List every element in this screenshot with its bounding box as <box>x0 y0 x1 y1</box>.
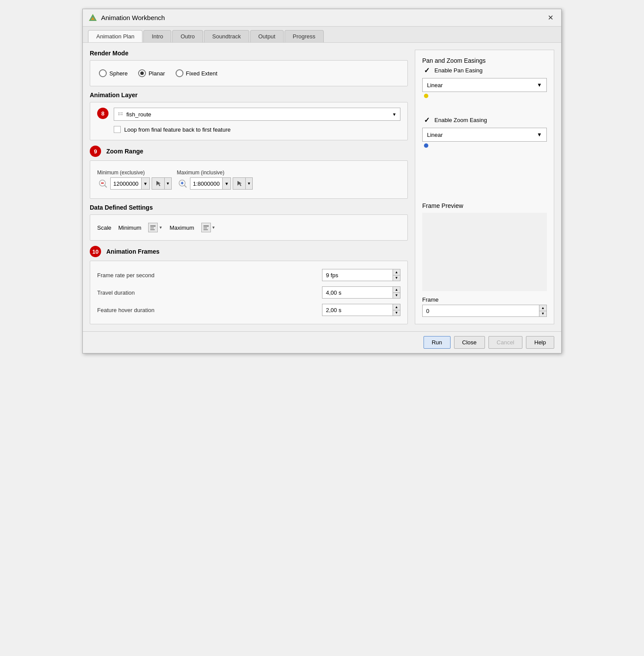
hover-row: Feature hover duration 2,00 s ▲ ▼ <box>97 301 400 319</box>
svg-line-12 <box>184 185 186 187</box>
loop-row: Loop from final feature back to first fe… <box>114 124 400 135</box>
pan-type-select[interactable]: Linear ▼ <box>422 78 547 92</box>
travel-row: Travel duration 4,00 s ▲ ▼ <box>97 284 400 301</box>
radio-sphere-circle <box>99 69 107 77</box>
hover-down[interactable]: ▼ <box>393 310 400 316</box>
svg-rect-16 <box>150 225 156 227</box>
zoom-min-controls: 12000000 ▼ ▼ <box>97 177 172 190</box>
frame-value: 0 <box>423 308 539 314</box>
scale-label: Scale <box>97 224 112 231</box>
pan-type-value: Linear <box>427 82 537 88</box>
tab-animation-plan[interactable]: Animation Plan <box>88 30 142 42</box>
zoom-out-icon <box>97 178 108 189</box>
zoom-in-icon <box>177 178 188 189</box>
frame-up[interactable]: ▲ <box>539 305 546 311</box>
radio-fixed-circle <box>176 69 183 77</box>
close-button-footer[interactable]: Close <box>454 336 485 349</box>
data-defined-row: Scale Minimum ▼ <box>97 220 400 235</box>
pan-zoom-title: Pan and Zoom Easings <box>422 57 547 64</box>
svg-marker-10 <box>156 181 161 186</box>
frame-rate-label: Frame rate per second <box>97 272 155 279</box>
minimum-data-btn[interactable]: ▼ <box>148 223 163 232</box>
animation-layer-section: Animation Layer 8 <box>90 92 408 140</box>
frame-down[interactable]: ▼ <box>539 311 546 317</box>
run-button[interactable]: Run <box>424 336 451 349</box>
hover-up[interactable]: ▲ <box>393 304 400 310</box>
zoom-max-tool-arrow[interactable]: ▼ <box>245 178 252 189</box>
radio-fixed-label: Fixed Extent <box>186 70 217 77</box>
frame-rate-row: Frame rate per second 9 fps ▲ ▼ <box>97 266 400 284</box>
zoom-range-box: Minimum (exclusive) <box>90 160 408 199</box>
zoom-checkmark[interactable]: ✓ <box>422 116 431 124</box>
zoom-max-dropdown[interactable]: ▼ <box>222 178 230 189</box>
zoom-min-dropdown[interactable]: ▼ <box>141 178 149 189</box>
travel-arrows: ▲ ▼ <box>393 287 400 298</box>
minimum-data-icon <box>148 223 158 232</box>
pan-type-arrow: ▼ <box>537 82 542 88</box>
data-defined-title: Data Defined Settings <box>90 204 408 211</box>
preview-spacer <box>422 153 547 197</box>
radio-group: Sphere Planar Fixed Extent <box>97 66 400 81</box>
frame-spinbox[interactable]: 0 ▲ ▼ <box>422 305 547 317</box>
main-window: Animation Workbench ✕ Animation Plan Int… <box>82 9 562 353</box>
zoom-range-section: 9 Zoom Range Minimum (exclusive) <box>90 146 408 199</box>
layer-icon <box>118 111 124 117</box>
frame-rate-arrows: ▲ ▼ <box>393 269 400 281</box>
right-panel: Pan and Zoom Easings ✓ Enable Pan Easing… <box>415 50 554 324</box>
layer-select[interactable]: fish_route ▼ <box>114 108 400 121</box>
svg-rect-20 <box>203 228 207 228</box>
pan-dot-indicator <box>424 94 428 98</box>
zoom-type-arrow: ▼ <box>537 132 542 138</box>
travel-label: Travel duration <box>97 289 135 296</box>
loop-checkbox[interactable] <box>114 126 121 133</box>
zoom-easing-row: ✓ Enable Zoom Easing <box>422 116 547 124</box>
cancel-button[interactable]: Cancel <box>488 336 522 349</box>
step-badge-9: 9 <box>90 146 101 157</box>
zoom-min-value: 12000000 <box>111 180 141 187</box>
zoom-type-select[interactable]: Linear ▼ <box>422 128 547 142</box>
tab-progress[interactable]: Progress <box>285 30 324 42</box>
zoom-min-spinbox[interactable]: 12000000 ▼ <box>110 177 150 190</box>
frame-rate-spinbox[interactable]: 9 fps ▲ ▼ <box>322 269 400 281</box>
layer-step-row: 8 fish_route <box>97 108 400 135</box>
maximum-data-btn[interactable]: ▼ <box>201 223 216 232</box>
zoom-max-tool-btn[interactable]: ▼ <box>233 177 253 190</box>
travel-down[interactable]: ▼ <box>393 293 400 299</box>
maximum-label: Maximum <box>169 224 194 231</box>
radio-fixed-extent[interactable]: Fixed Extent <box>176 69 217 77</box>
tab-soundtrack[interactable]: Soundtrack <box>204 30 249 42</box>
tab-bar: Animation Plan Intro Outro Soundtrack Ou… <box>83 27 561 43</box>
travel-spinbox[interactable]: 4,00 s ▲ ▼ <box>322 286 400 299</box>
svg-rect-19 <box>203 225 209 227</box>
radio-planar[interactable]: Planar <box>138 69 165 77</box>
svg-rect-18 <box>150 229 155 230</box>
zoom-min-tool-btn[interactable]: ▼ <box>152 177 172 190</box>
step-badge-10: 10 <box>90 246 101 257</box>
frame-rate-up[interactable]: ▲ <box>393 269 400 275</box>
pan-zoom-section: Pan and Zoom Easings ✓ Enable Pan Easing… <box>422 57 547 148</box>
tab-output[interactable]: Output <box>250 30 284 42</box>
main-content: Render Mode Sphere Planar Fi <box>83 43 561 331</box>
zoom-min-cursor-icon <box>152 180 164 187</box>
layer-step-content: fish_route ▼ Loop from final feature bac… <box>114 108 400 135</box>
data-defined-section: Data Defined Settings Scale Minimum <box>90 204 408 241</box>
close-button[interactable]: ✕ <box>545 13 556 23</box>
help-button[interactable]: Help <box>526 336 554 349</box>
hover-label: Feature hover duration <box>97 307 155 313</box>
hover-spinbox[interactable]: 2,00 s ▲ ▼ <box>322 304 400 316</box>
title-bar-left: Animation Workbench <box>88 13 165 23</box>
zoom-min-tool-arrow[interactable]: ▼ <box>164 178 171 189</box>
radio-sphere[interactable]: Sphere <box>99 69 128 77</box>
svg-point-4 <box>119 114 120 116</box>
frame-rate-down[interactable]: ▼ <box>393 275 400 281</box>
animation-frames-box: Frame rate per second 9 fps ▲ ▼ Travel d… <box>90 261 408 324</box>
zoom-range-row: Minimum (exclusive) <box>97 166 400 193</box>
tab-intro[interactable]: Intro <box>143 30 171 42</box>
tab-outro[interactable]: Outro <box>172 30 203 42</box>
travel-value: 4,00 s <box>322 289 393 296</box>
travel-up[interactable]: ▲ <box>393 287 400 293</box>
pan-checkmark[interactable]: ✓ <box>422 66 431 75</box>
hover-value: 2,00 s <box>322 307 393 313</box>
frame-rate-value: 9 fps <box>322 272 393 279</box>
zoom-max-spinbox[interactable]: 1:8000000 ▼ <box>190 177 231 190</box>
